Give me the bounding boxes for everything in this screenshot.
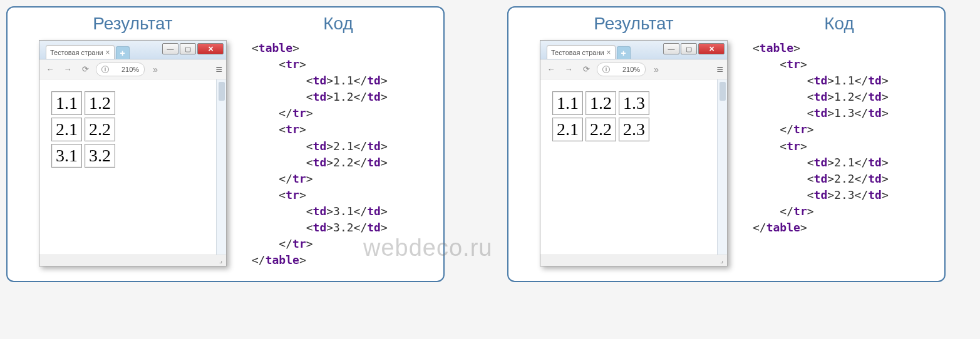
example-panel: Результат Код Тестовая страни × +: [6, 6, 445, 282]
zoom-level: 210%: [121, 66, 139, 73]
scrollbar[interactable]: [717, 79, 727, 255]
tab-title: Тестовая страни: [551, 49, 604, 56]
browser-viewport: 1.11.21.32.12.22.3: [540, 79, 727, 255]
rendered-table: 1.11.22.12.23.13.2: [49, 89, 118, 170]
table-cell: 1.3: [619, 91, 649, 115]
overflow-button[interactable]: »: [148, 63, 162, 76]
table-cell: 1.2: [85, 91, 115, 115]
browser-statusbar: ⌟: [540, 255, 727, 266]
example-panel: Результат Код Тестовая страни × +: [507, 6, 946, 282]
minimize-button[interactable]: —: [162, 43, 178, 54]
close-icon[interactable]: ×: [607, 48, 611, 57]
browser-titlebar: Тестовая страни × + — ▢ ✕: [540, 41, 727, 59]
reload-button[interactable]: ⟳: [579, 63, 593, 76]
address-bar[interactable]: i 210%: [96, 63, 145, 76]
address-bar[interactable]: i 210%: [597, 63, 646, 76]
panel-content: Тестовая страни × + — ▢ ✕ ←: [521, 40, 932, 266]
table-row: 2.12.22.3: [552, 118, 649, 141]
back-button[interactable]: ←: [544, 63, 558, 76]
header-code: Код: [245, 14, 431, 34]
zoom-level: 210%: [622, 66, 640, 73]
table-cell: 2.2: [585, 118, 616, 141]
table-cell: 2.1: [51, 118, 82, 141]
window-controls: — ▢ ✕: [663, 43, 725, 54]
table-cell: 1.2: [585, 91, 616, 115]
header-result: Результат: [521, 14, 746, 34]
info-icon: i: [602, 66, 610, 73]
panels-container: Результат Код Тестовая страни × +: [6, 6, 974, 282]
browser-window: Тестовая страни × + — ▢ ✕ ←: [540, 40, 728, 266]
browser-tab[interactable]: Тестовая страни ×: [547, 45, 616, 59]
page-content: 1.11.22.12.23.13.2: [39, 79, 216, 255]
menu-button[interactable]: ≡: [716, 64, 723, 75]
code-block: <table> <tr> <td>1.1</td> <td>1.2</td> <…: [252, 40, 431, 268]
browser-statusbar: ⌟: [39, 255, 226, 266]
browser-viewport: 1.11.22.12.23.13.2: [39, 79, 226, 255]
table-cell: 3.2: [85, 144, 115, 168]
page-content: 1.11.21.32.12.22.3: [540, 79, 717, 255]
maximize-button[interactable]: ▢: [180, 43, 196, 54]
header-code: Код: [746, 14, 932, 34]
window-controls: — ▢ ✕: [162, 43, 224, 54]
close-button[interactable]: ✕: [698, 43, 725, 54]
new-tab-button[interactable]: +: [116, 46, 130, 59]
scrollbar[interactable]: [216, 79, 226, 255]
tab-strip: Тестовая страни × +: [543, 41, 631, 59]
resize-grip-icon: ⌟: [720, 256, 723, 265]
table-row: 1.11.2: [51, 91, 115, 115]
browser-window: Тестовая страни × + — ▢ ✕ ←: [39, 40, 227, 266]
forward-button[interactable]: →: [61, 63, 75, 76]
result-column: Тестовая страни × + — ▢ ✕ ←: [20, 40, 245, 266]
panel-content: Тестовая страни × + — ▢ ✕ ←: [20, 40, 431, 268]
rendered-table: 1.11.21.32.12.22.3: [550, 89, 652, 144]
close-button[interactable]: ✕: [197, 43, 224, 54]
table-cell: 3.1: [51, 144, 82, 168]
resize-grip-icon: ⌟: [219, 256, 222, 265]
table-cell: 2.3: [619, 118, 649, 141]
table-cell: 2.1: [552, 118, 583, 141]
back-button[interactable]: ←: [43, 63, 57, 76]
browser-toolbar: ← → ⟳ i 210% » ≡: [540, 59, 727, 79]
maximize-button[interactable]: ▢: [681, 43, 697, 54]
reload-button[interactable]: ⟳: [78, 63, 92, 76]
code-block: <table> <tr> <td>1.1</td> <td>1.2</td> <…: [753, 40, 932, 236]
new-tab-button[interactable]: +: [617, 46, 631, 59]
tab-strip: Тестовая страни × +: [42, 41, 130, 59]
table-cell: 2.2: [85, 118, 115, 141]
result-column: Тестовая страни × + — ▢ ✕ ←: [521, 40, 746, 266]
panel-headers: Результат Код: [521, 14, 932, 34]
panel-headers: Результат Код: [20, 14, 431, 34]
code-column: <table> <tr> <td>1.1</td> <td>1.2</td> <…: [245, 40, 431, 268]
close-icon[interactable]: ×: [106, 48, 110, 57]
table-row: 1.11.21.3: [552, 91, 649, 115]
table-row: 2.12.2: [51, 118, 115, 141]
browser-tab[interactable]: Тестовая страни ×: [46, 45, 115, 59]
minimize-button[interactable]: —: [663, 43, 679, 54]
header-result: Результат: [20, 14, 245, 34]
overflow-button[interactable]: »: [649, 63, 663, 76]
tab-title: Тестовая страни: [50, 49, 103, 56]
forward-button[interactable]: →: [562, 63, 575, 76]
table-cell: 1.1: [51, 91, 82, 115]
info-icon: i: [101, 66, 109, 73]
browser-titlebar: Тестовая страни × + — ▢ ✕: [39, 41, 226, 59]
code-column: <table> <tr> <td>1.1</td> <td>1.2</td> <…: [746, 40, 932, 236]
menu-button[interactable]: ≡: [215, 64, 222, 75]
table-row: 3.13.2: [51, 144, 115, 168]
table-cell: 1.1: [552, 91, 583, 115]
browser-toolbar: ← → ⟳ i 210% » ≡: [39, 59, 226, 79]
